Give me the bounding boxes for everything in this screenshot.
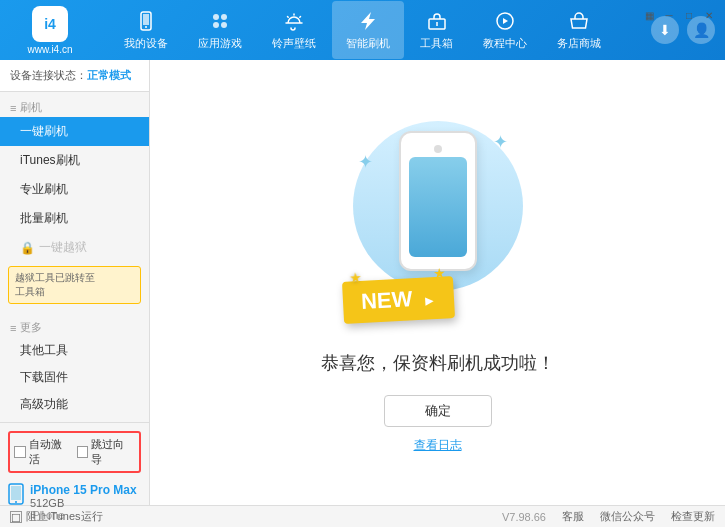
logo-icon: i4 bbox=[32, 6, 68, 42]
star-left: ★ bbox=[349, 271, 361, 286]
phone-illustration bbox=[399, 131, 477, 271]
svg-point-6 bbox=[221, 22, 227, 28]
status-value: 正常模式 bbox=[87, 69, 131, 81]
nav-apps-games[interactable]: 应用游戏 bbox=[184, 1, 256, 59]
svg-point-12 bbox=[15, 501, 17, 503]
nav-label-device: 我的设备 bbox=[124, 36, 168, 51]
footer-link-update[interactable]: 检查更新 bbox=[671, 509, 715, 524]
more-group-label: ≡ 更多 bbox=[0, 316, 149, 337]
footer-left: ☐ 阻止iTunes运行 bbox=[10, 509, 482, 524]
version-label: V7.98.66 bbox=[502, 511, 546, 523]
device-icon bbox=[134, 9, 158, 33]
sidebar: 设备连接状态：正常模式 ≡ 刷机 一键刷机 iTunes刷机 专业刷机 批量刷机… bbox=[0, 60, 150, 505]
nav-smart-flash[interactable]: 智能刷机 bbox=[332, 1, 404, 59]
flash-group-label: ≡ 刷机 bbox=[0, 96, 149, 117]
sparkle-icon-1: ✦ bbox=[493, 131, 508, 153]
sparkle-icon-2: ✦ bbox=[358, 151, 373, 173]
nav-label-apps: 应用游戏 bbox=[198, 36, 242, 51]
success-illustration: ✦ ✦ ★ NEW ★ ► bbox=[338, 111, 538, 331]
window-grid-icon: ▦ bbox=[641, 8, 657, 22]
footer-link-support[interactable]: 客服 bbox=[562, 509, 584, 524]
app-logo: i4 www.i4.cn bbox=[10, 6, 90, 55]
status-label: 设备连接状态： bbox=[10, 69, 87, 81]
sidebar-item-pro-flash[interactable]: 专业刷机 bbox=[0, 175, 149, 204]
ringtone-icon bbox=[282, 9, 306, 33]
sidebar-item-jailbreak: 🔒 一键越狱 bbox=[0, 233, 149, 262]
sidebar-item-batch-flash[interactable]: 批量刷机 bbox=[0, 204, 149, 233]
close-button[interactable]: ✕ bbox=[701, 8, 717, 22]
header: i4 www.i4.cn 我的设备 应用游戏 铃声壁纸 智能刷机 bbox=[0, 0, 725, 60]
footer-link-wechat[interactable]: 微信公众号 bbox=[600, 509, 655, 524]
main-content: ✦ ✦ ★ NEW ★ ► 恭喜您，保资料刷机成功啦！ 确定 查看日志 bbox=[150, 60, 725, 505]
nav-label-tutorial: 教程中心 bbox=[483, 36, 527, 51]
footer-right: V7.98.66 客服 微信公众号 检查更新 bbox=[502, 509, 715, 524]
nav-label-ringtones: 铃声壁纸 bbox=[272, 36, 316, 51]
svg-rect-1 bbox=[143, 14, 149, 25]
svg-rect-11 bbox=[11, 486, 21, 500]
nav-store[interactable]: 务店商城 bbox=[543, 1, 615, 59]
toolbox-icon bbox=[425, 9, 449, 33]
apps-icon bbox=[208, 9, 232, 33]
device-name: iPhone 15 Pro Max bbox=[30, 483, 137, 497]
view-log-link[interactable]: 查看日志 bbox=[414, 437, 462, 454]
sidebar-item-one-key-flash[interactable]: 一键刷机 bbox=[0, 117, 149, 146]
logo-subtext: www.i4.cn bbox=[27, 44, 72, 55]
success-message: 恭喜您，保资料刷机成功啦！ bbox=[321, 351, 555, 375]
nav-toolbox[interactable]: 工具箱 bbox=[406, 1, 467, 59]
minimize-button[interactable]: ─ bbox=[661, 8, 677, 22]
footer: ☐ 阻止iTunes运行 V7.98.66 客服 微信公众号 检查更新 bbox=[0, 505, 725, 527]
sidebar-item-itunes-flash[interactable]: iTunes刷机 bbox=[0, 146, 149, 175]
nav-my-device[interactable]: 我的设备 bbox=[110, 1, 182, 59]
svg-point-2 bbox=[145, 26, 147, 28]
tutorial-icon bbox=[493, 9, 517, 33]
flash-icon bbox=[356, 9, 380, 33]
logo-text: i4 bbox=[44, 16, 56, 32]
lock-icon: 🔒 bbox=[20, 241, 35, 255]
notice-detail: 工具箱 bbox=[15, 285, 134, 299]
nav-label-flash: 智能刷机 bbox=[346, 36, 390, 51]
stop-itunes-checkbox[interactable]: ☐ bbox=[10, 511, 22, 523]
maximize-button[interactable]: □ bbox=[681, 8, 697, 22]
svg-point-3 bbox=[213, 14, 219, 20]
stop-itunes-label: 阻止iTunes运行 bbox=[26, 509, 103, 524]
connection-status: 设备连接状态：正常模式 bbox=[0, 60, 149, 92]
arrow-icon: ► bbox=[422, 292, 437, 309]
new-badge: ★ NEW ★ ► bbox=[341, 276, 454, 324]
phone-screen-area bbox=[409, 157, 467, 257]
more-section: ≡ 更多 其他工具 下载固件 高级功能 bbox=[0, 312, 149, 422]
nav-tutorial[interactable]: 教程中心 bbox=[469, 1, 541, 59]
jailbreak-notice: 越狱工具已跳转至 工具箱 bbox=[8, 266, 141, 304]
auto-activate-checkbox[interactable]: 自动激活 bbox=[14, 437, 73, 467]
device-storage: 512GB bbox=[30, 497, 137, 509]
phone-icon bbox=[8, 483, 24, 510]
phone-camera bbox=[434, 145, 442, 153]
main-layout: 设备连接状态：正常模式 ≡ 刷机 一键刷机 iTunes刷机 专业刷机 批量刷机… bbox=[0, 60, 725, 505]
sidebar-item-download-firmware[interactable]: 下载固件 bbox=[0, 364, 149, 391]
notice-title: 越狱工具已跳转至 bbox=[15, 271, 134, 285]
checkbox-icon2 bbox=[77, 446, 89, 458]
star-right: ★ bbox=[433, 267, 445, 282]
nav-ringtones[interactable]: 铃声壁纸 bbox=[258, 1, 330, 59]
sidebar-item-advanced[interactable]: 高级功能 bbox=[0, 391, 149, 418]
nav-label-store: 务店商城 bbox=[557, 36, 601, 51]
svg-point-4 bbox=[221, 14, 227, 20]
confirm-button[interactable]: 确定 bbox=[384, 395, 492, 427]
flash-section: ≡ 刷机 一键刷机 iTunes刷机 专业刷机 批量刷机 🔒 一键越狱 越狱工具… bbox=[0, 92, 149, 312]
auto-options-box: 自动激活 跳过向导 bbox=[8, 431, 141, 473]
sidebar-item-other-tools[interactable]: 其他工具 bbox=[0, 337, 149, 364]
auto-guide-checkbox[interactable]: 跳过向导 bbox=[77, 437, 136, 467]
nav-bar: 我的设备 应用游戏 铃声壁纸 智能刷机 工具箱 bbox=[110, 1, 651, 59]
new-badge-container: ★ NEW ★ ► bbox=[343, 279, 454, 321]
nav-label-toolbox: 工具箱 bbox=[420, 36, 453, 51]
svg-point-5 bbox=[213, 22, 219, 28]
more-icon: ≡ bbox=[10, 322, 16, 334]
store-icon bbox=[567, 9, 591, 33]
checkbox-icon bbox=[14, 446, 26, 458]
window-controls: ▦ ─ □ ✕ bbox=[641, 8, 717, 22]
flash-group-icon: ≡ bbox=[10, 102, 16, 114]
